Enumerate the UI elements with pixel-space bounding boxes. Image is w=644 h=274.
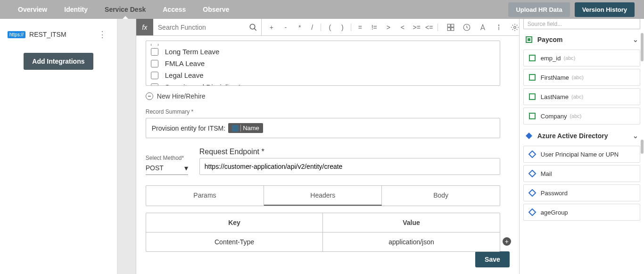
svg-line-1	[254, 28, 256, 31]
checkbox-legal[interactable]	[151, 72, 158, 79]
headers-table: Key Value Content-Type application/json …	[146, 213, 500, 252]
paycom-icon	[528, 54, 536, 62]
field-label: emp_id	[541, 55, 561, 62]
table-row[interactable]: Content-Type application/json	[146, 232, 500, 251]
field-lastname[interactable]: LastName(abc)	[523, 88, 640, 105]
kebab-icon[interactable]: ⋮	[95, 29, 109, 40]
check-label: Security and Discipline Leave	[165, 83, 258, 86]
checkbox-long-term[interactable]	[151, 48, 158, 56]
grid-icon[interactable]	[446, 23, 455, 32]
leave-checklist[interactable]: Long Term Leave FMLA Leave Legal Leave S…	[146, 41, 500, 86]
checkbox-security[interactable]	[151, 83, 158, 86]
sidebar-item-label: REST_ITSM	[29, 31, 95, 38]
tab-headers[interactable]: Headers	[264, 186, 382, 206]
col-value: Value	[323, 213, 500, 232]
svg-rect-5	[451, 27, 454, 30]
field-label: ageGroup	[541, 209, 568, 216]
op-minus[interactable]: -	[279, 24, 293, 31]
op-rparen[interactable]: )	[337, 24, 351, 31]
chevron-down-icon[interactable]: ▾	[184, 164, 188, 173]
paycom-icon	[528, 93, 536, 100]
main-tabs: Overview Identity Service Desk Access Ob…	[9, 0, 238, 19]
field-type: (abc)	[570, 113, 581, 119]
chevron-down-icon[interactable]: ⌄	[633, 36, 638, 43]
collapse-icon[interactable]	[146, 92, 153, 100]
add-row-button[interactable]: +	[503, 237, 511, 246]
request-tabs: Params Headers Body	[146, 185, 500, 206]
method-label: Select Method*	[146, 155, 188, 161]
azure-icon	[528, 189, 536, 197]
version-history-button[interactable]: Version History	[575, 2, 635, 17]
op-eq[interactable]: =	[353, 24, 367, 31]
field-firstname[interactable]: FirstName(abc)	[523, 69, 640, 86]
op-div[interactable]: /	[307, 24, 321, 31]
endpoint-input[interactable]	[199, 158, 500, 175]
svg-rect-12	[529, 55, 535, 61]
op-lte[interactable]: <=	[424, 24, 438, 31]
tab-observe[interactable]: Observe	[194, 0, 238, 19]
settings-icon[interactable]	[511, 23, 519, 32]
section-label: Paycom	[537, 36, 563, 43]
chip-label: Name	[240, 125, 259, 132]
svg-rect-15	[529, 113, 535, 119]
tab-params[interactable]: Params	[146, 186, 264, 206]
op-lparen[interactable]: (	[323, 24, 337, 31]
op-plus[interactable]: +	[264, 24, 279, 31]
svg-rect-2	[447, 24, 450, 27]
scrollbar-thumb[interactable]	[641, 140, 644, 154]
text-icon[interactable]	[479, 23, 487, 32]
summary-prefix: Provision entity for ITSM:	[152, 125, 225, 132]
tab-overview[interactable]: Overview	[9, 0, 56, 19]
method-select[interactable]: POST	[146, 161, 188, 175]
section-azure[interactable]: Azure Active Directory ⌄	[523, 128, 640, 143]
op-lt[interactable]: <	[396, 24, 410, 31]
search-function-input[interactable]	[153, 20, 261, 35]
scrollbar-thumb[interactable]	[641, 33, 644, 61]
field-company[interactable]: Company(abc)	[523, 108, 640, 125]
field-label: User Principal Name or UPN	[541, 151, 619, 158]
sidebar-item-rest-itsm[interactable]: https:// REST_ITSM ⋮	[5, 25, 112, 43]
check-label: FMLA Leave	[165, 59, 205, 67]
chevron-down-icon[interactable]: ⌄	[633, 132, 638, 140]
field-upn[interactable]: User Principal Name or UPN	[523, 146, 640, 163]
field-type: (abc)	[563, 55, 575, 61]
field-agegroup[interactable]: ageGroup	[523, 204, 640, 221]
svg-rect-14	[529, 94, 535, 100]
check-label: Legal Leave	[165, 71, 204, 79]
formula-bar: fx + - * / ( ) = != > < >= <=	[136, 19, 519, 36]
checkbox-hidden[interactable]	[151, 44, 158, 46]
op-neq[interactable]: !=	[367, 24, 381, 31]
field-mail[interactable]: Mail	[523, 165, 640, 182]
field-emp-id[interactable]: emp_id(abc)	[523, 50, 640, 66]
azure-icon	[528, 150, 536, 158]
info-icon[interactable]	[495, 23, 503, 32]
field-label: Mail	[541, 170, 552, 177]
svg-rect-13	[529, 75, 535, 80]
field-password[interactable]: Password	[523, 184, 640, 201]
tab-body[interactable]: Body	[382, 186, 499, 206]
new-hire-row[interactable]: New Hire/Rehire	[146, 92, 500, 100]
clock-icon[interactable]	[462, 23, 471, 32]
form-area: Long Term Leave FMLA Leave Legal Leave S…	[117, 36, 519, 261]
endpoint-label: Request Endpoint *	[199, 148, 500, 156]
tab-identity[interactable]: Identity	[56, 0, 96, 19]
tab-service-desk[interactable]: Service Desk	[96, 0, 154, 19]
svg-rect-11	[528, 38, 530, 41]
name-chip[interactable]: Name	[228, 123, 263, 133]
upload-hr-button[interactable]: Upload HR Data	[508, 2, 570, 17]
record-summary-input[interactable]: Provision entity for ITSM: Name	[146, 118, 500, 138]
cell-value[interactable]: application/json	[323, 232, 500, 251]
op-gt[interactable]: >	[381, 24, 396, 31]
cell-key[interactable]: Content-Type	[146, 232, 323, 251]
search-icon[interactable]	[249, 23, 257, 32]
tab-access[interactable]: Access	[154, 0, 194, 19]
section-paycom[interactable]: Paycom ⌄	[523, 32, 640, 47]
col-key: Key	[146, 213, 323, 232]
op-mult[interactable]: *	[293, 24, 307, 31]
checkbox-fmla[interactable]	[151, 60, 158, 67]
source-search-input[interactable]: Source field...	[523, 19, 640, 29]
add-integrations-button[interactable]: Add Integrations	[24, 53, 93, 70]
azure-icon	[525, 132, 533, 140]
op-gte[interactable]: >=	[410, 24, 424, 31]
chip-icon	[232, 125, 239, 132]
